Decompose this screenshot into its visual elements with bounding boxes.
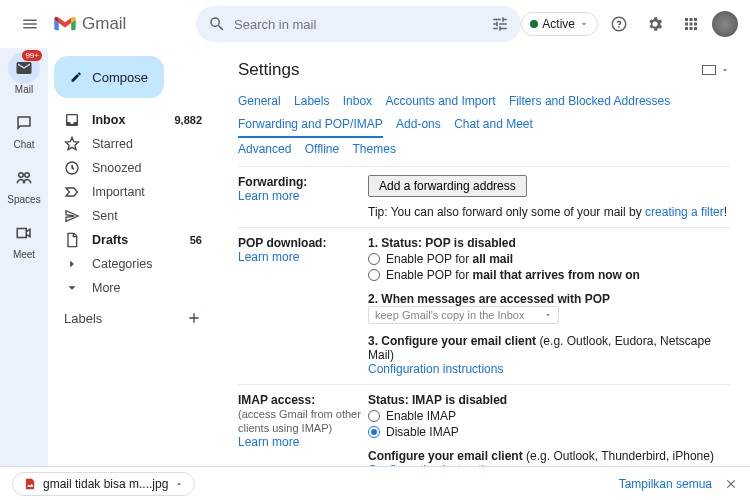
settings-title: Settings: [238, 60, 299, 80]
meet-icon: [15, 224, 33, 242]
download-chip[interactable]: gmail tidak bisa m....jpg: [12, 472, 195, 496]
create-filter-link[interactable]: creating a filter: [645, 205, 724, 219]
downloads-bar: gmail tidak bisa m....jpg Tampilkan semu…: [0, 466, 750, 500]
app-rail: 99+ Mail Chat Spaces Meet: [0, 48, 48, 500]
inbox-icon: [64, 112, 80, 128]
radio-icon: [368, 253, 380, 265]
apps-grid-icon: [682, 15, 700, 33]
compose-button[interactable]: Compose: [54, 56, 164, 98]
mail-badge: 99+: [22, 50, 42, 61]
imap-label: IMAP access:: [238, 393, 368, 407]
radio-icon: [368, 410, 380, 422]
main-menu-button[interactable]: [12, 6, 48, 42]
pop-label: POP download:: [238, 236, 368, 250]
rail-spaces[interactable]: Spaces: [7, 162, 40, 205]
rail-chat-label: Chat: [13, 139, 34, 150]
radio-icon: [368, 269, 380, 281]
density-icon[interactable]: [702, 65, 716, 75]
pop-enable-now-option[interactable]: Enable POP for mail that arrives from no…: [368, 268, 730, 282]
add-label-button[interactable]: [186, 310, 202, 326]
send-icon: [64, 208, 80, 224]
plus-icon: [186, 310, 202, 326]
settings-tabs: General Labels Inbox Accounts and Import…: [238, 90, 730, 160]
help-button[interactable]: [604, 9, 634, 39]
tab-themes[interactable]: Themes: [353, 138, 396, 161]
show-all-downloads-link[interactable]: Tampilkan semua: [619, 477, 712, 491]
chevron-down-icon: [579, 19, 589, 29]
rail-meet-label: Meet: [13, 249, 35, 260]
search-box[interactable]: [196, 6, 521, 42]
chevron-up-icon: [174, 479, 184, 489]
tab-general[interactable]: General: [238, 90, 281, 113]
gmail-m-icon: [54, 16, 76, 32]
clock-icon: [64, 160, 80, 176]
sidebar-item-starred[interactable]: Starred: [54, 132, 212, 156]
rail-spaces-label: Spaces: [7, 194, 40, 205]
forwarding-tip: Tip: You can also forward only some of y…: [368, 205, 730, 219]
apps-button[interactable]: [676, 9, 706, 39]
radio-checked-icon: [368, 426, 380, 438]
pencil-icon: [70, 68, 82, 86]
important-icon: [64, 184, 80, 200]
rail-mail-label: Mail: [15, 84, 33, 95]
search-icon: [208, 15, 226, 33]
svg-point-1: [25, 173, 30, 178]
forwarding-learn-link[interactable]: Learn more: [238, 189, 299, 203]
close-icon: [724, 477, 738, 491]
pop-learn-link[interactable]: Learn more: [238, 250, 299, 264]
tab-inbox[interactable]: Inbox: [343, 90, 372, 113]
image-file-icon: [23, 477, 37, 491]
sidebar-item-snoozed[interactable]: Snoozed: [54, 156, 212, 180]
forwarding-label: Forwarding:: [238, 175, 368, 189]
sidebar-item-sent[interactable]: Sent: [54, 204, 212, 228]
product-name: Gmail: [82, 14, 126, 34]
imap-enable-option[interactable]: Enable IMAP: [368, 409, 730, 423]
tab-addons[interactable]: Add-ons: [396, 113, 441, 136]
help-icon: [610, 15, 628, 33]
tab-advanced[interactable]: Advanced: [238, 138, 291, 161]
sidebar-item-drafts[interactable]: Drafts56: [54, 228, 212, 252]
sidebar-item-categories[interactable]: Categories: [54, 252, 212, 276]
imap-learn-link[interactable]: Learn more: [238, 435, 299, 449]
close-downloads-button[interactable]: [724, 477, 738, 491]
tab-chat-meet[interactable]: Chat and Meet: [454, 113, 533, 136]
pop-status: POP is disabled: [425, 236, 515, 250]
draft-icon: [64, 232, 80, 248]
pop-action-select[interactable]: keep Gmail's copy in the Inbox: [368, 306, 559, 324]
sidebar-item-inbox[interactable]: Inbox9,882: [54, 108, 212, 132]
forwarding-section: Forwarding: Learn more Add a forwarding …: [238, 166, 730, 227]
imap-disable-option[interactable]: Disable IMAP: [368, 425, 730, 439]
tab-labels[interactable]: Labels: [294, 90, 329, 113]
mail-icon: [15, 59, 33, 77]
rail-chat[interactable]: Chat: [8, 107, 40, 150]
sidebar: Compose Inbox9,882 Starred Snoozed Impor…: [48, 48, 218, 500]
status-chip[interactable]: Active: [521, 12, 598, 36]
pop-enable-all-option[interactable]: Enable POP for all mail: [368, 252, 730, 266]
search-input[interactable]: [234, 17, 491, 32]
tab-filters[interactable]: Filters and Blocked Addresses: [509, 90, 670, 113]
rail-mail[interactable]: 99+ Mail: [8, 52, 40, 95]
tab-offline[interactable]: Offline: [305, 138, 339, 161]
tab-accounts[interactable]: Accounts and Import: [385, 90, 495, 113]
pop-config-link[interactable]: Configuration instructions: [368, 362, 503, 376]
chevron-down-icon: [64, 280, 80, 296]
account-avatar[interactable]: [712, 11, 738, 37]
labels-heading: Labels: [64, 311, 102, 326]
add-forwarding-button[interactable]: Add a forwarding address: [368, 175, 527, 197]
status-dot-icon: [530, 20, 538, 28]
chevron-right-icon: [64, 256, 80, 272]
compose-label: Compose: [92, 70, 148, 85]
chevron-down-icon: [544, 311, 552, 319]
settings-panel: Settings General Labels Inbox Accounts a…: [218, 48, 750, 500]
sidebar-item-important[interactable]: Important: [54, 180, 212, 204]
sidebar-item-more[interactable]: More: [54, 276, 212, 300]
pop-section: POP download: Learn more 1. Status: POP …: [238, 227, 730, 384]
tab-forwarding[interactable]: Forwarding and POP/IMAP: [238, 113, 383, 138]
download-filename: gmail tidak bisa m....jpg: [43, 477, 168, 491]
rail-meet[interactable]: Meet: [8, 217, 40, 260]
tune-icon[interactable]: [491, 15, 509, 33]
settings-button[interactable]: [640, 9, 670, 39]
imap-sublabel: (access Gmail from other clients using I…: [238, 408, 361, 434]
chevron-down-icon[interactable]: [720, 65, 730, 75]
gmail-logo[interactable]: Gmail: [54, 14, 184, 34]
